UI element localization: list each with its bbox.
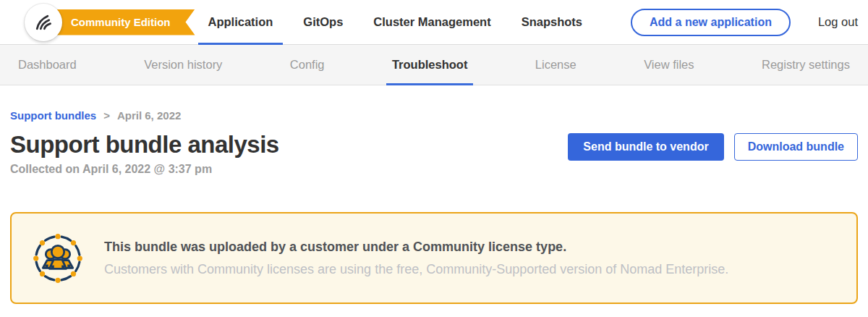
top-tab-cluster-management[interactable]: Cluster Management: [373, 0, 490, 45]
page-header: Support bundle analysis Collected on Apr…: [10, 131, 858, 176]
sub-tab-config[interactable]: Config: [290, 45, 325, 85]
breadcrumb-link-support-bundles[interactable]: Support bundles: [10, 109, 96, 122]
sub-tab-license[interactable]: License: [535, 45, 576, 85]
replicated-logo-icon[interactable]: [25, 4, 62, 41]
community-edition-badge: Community Edition: [42, 9, 195, 35]
community-people-icon: [33, 234, 82, 283]
sub-tab-registry-settings[interactable]: Registry settings: [762, 45, 850, 85]
notice-title: This bundle was uploaded by a customer u…: [104, 240, 728, 255]
send-bundle-to-vendor-button[interactable]: Send bundle to vendor: [568, 133, 723, 161]
brand: Community Edition: [25, 4, 195, 41]
community-edition-badge-label: Community Edition: [71, 16, 171, 28]
top-tab-snapshots[interactable]: Snapshots: [522, 0, 582, 45]
sub-tab-view-files[interactable]: View files: [644, 45, 694, 85]
breadcrumb-separator: >: [103, 109, 110, 122]
notice-text: This bundle was uploaded by a customer u…: [104, 240, 728, 277]
logout-link[interactable]: Log out: [818, 15, 858, 29]
download-bundle-button[interactable]: Download bundle: [734, 133, 858, 161]
collected-prefix: Collected on: [10, 163, 80, 175]
top-nav-right: Add a new application Log out: [631, 9, 868, 36]
sub-tab-version-history[interactable]: Version history: [144, 45, 222, 85]
main-content: Support bundles > April 6, 2022 Support …: [0, 85, 868, 304]
sub-nav: Dashboard Version history Config Trouble…: [0, 45, 868, 85]
top-tab-application[interactable]: Application: [208, 0, 273, 45]
breadcrumb: Support bundles > April 6, 2022: [10, 85, 858, 122]
breadcrumb-current: April 6, 2022: [117, 109, 181, 122]
community-license-notice: This bundle was uploaded by a customer u…: [10, 212, 858, 304]
page-header-left: Support bundle analysis Collected on Apr…: [10, 131, 279, 176]
notice-subtitle: Customers with Community licenses are us…: [104, 262, 728, 277]
sub-tab-troubleshoot[interactable]: Troubleshoot: [392, 45, 468, 85]
page-actions: Send bundle to vendor Download bundle: [568, 133, 858, 161]
top-nav: Community Edition Application GitOps Clu…: [0, 0, 868, 45]
add-new-application-button[interactable]: Add a new application: [631, 9, 791, 36]
top-tabs: Application GitOps Cluster Management Sn…: [208, 0, 583, 45]
page-title: Support bundle analysis: [10, 131, 279, 158]
collected-timestamp: Collected on April 6, 2022 @ 3:37 pm: [10, 163, 279, 176]
top-tab-gitops[interactable]: GitOps: [303, 0, 343, 45]
collected-date: April 6, 2022 @ 3:37 pm: [82, 163, 212, 175]
sub-tab-dashboard[interactable]: Dashboard: [18, 45, 77, 85]
